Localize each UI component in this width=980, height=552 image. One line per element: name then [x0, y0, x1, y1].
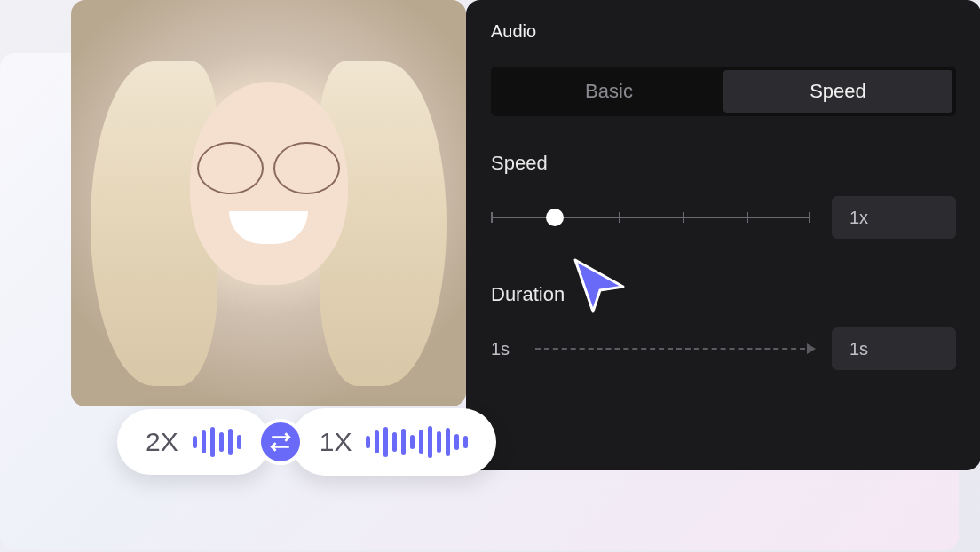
- tab-basic[interactable]: Basic: [494, 70, 723, 113]
- speed-section-label: Speed: [491, 152, 956, 175]
- tab-row: Basic Speed: [491, 67, 956, 116]
- slider-track: [491, 217, 810, 218]
- speed-value-box[interactable]: 1x: [832, 196, 956, 239]
- panel-title: Audio: [491, 21, 956, 42]
- speed-comparison-pills: 2X 1X: [117, 408, 496, 476]
- waveform-icon: [366, 426, 468, 458]
- duration-section-label: Duration: [491, 283, 956, 306]
- waveform-icon: [193, 427, 241, 457]
- glasses-placeholder: [197, 142, 339, 191]
- audio-panel: Audio Basic Speed Speed 1x Duration 1s 1…: [466, 0, 980, 470]
- video-preview[interactable]: [71, 0, 466, 406]
- pill-1x-label: 1X: [320, 427, 352, 457]
- tab-speed[interactable]: Speed: [723, 70, 952, 113]
- pill-2x: 2X: [117, 409, 270, 475]
- duration-row: 1s 1s: [491, 327, 956, 370]
- duration-value-box[interactable]: 1s: [832, 327, 956, 370]
- speed-slider[interactable]: [491, 207, 810, 228]
- speed-slider-row: 1x: [491, 196, 956, 239]
- slider-thumb[interactable]: [546, 209, 564, 226]
- duration-start: 1s: [491, 339, 518, 359]
- swap-icon: [257, 419, 304, 465]
- pill-2x-label: 2X: [146, 427, 178, 457]
- pill-1x: 1X: [291, 408, 497, 476]
- duration-arrow-icon: [535, 348, 814, 350]
